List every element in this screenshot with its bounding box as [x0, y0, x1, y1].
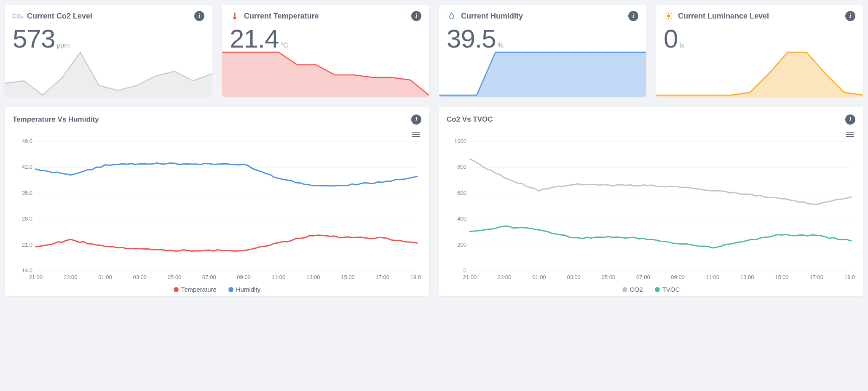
svg-text:09:00: 09:00: [671, 274, 685, 280]
legend-item-co2[interactable]: CO2: [622, 286, 643, 293]
kpi-unit: %: [498, 42, 504, 49]
svg-text:28.0: 28.0: [22, 215, 32, 222]
svg-text:15:00: 15:00: [341, 274, 355, 280]
svg-text:13:00: 13:00: [740, 274, 754, 280]
thermometer-icon: [230, 11, 240, 21]
legend-item-humidity[interactable]: Humidity: [228, 286, 260, 293]
svg-text:21:00: 21:00: [463, 274, 477, 280]
chart-title: Temperature Vs Humidity: [13, 115, 411, 124]
kpi-unit: °C: [281, 42, 288, 49]
svg-text:19:00: 19:00: [844, 274, 855, 280]
kpi-title: Current Temperature: [244, 12, 407, 21]
svg-text:07:00: 07:00: [202, 274, 216, 280]
chart-row: Temperature Vs Humidity i 14.021.028.035…: [5, 107, 863, 296]
kpi-card-humidity: Current Humidity i 39.5 %: [439, 5, 646, 97]
svg-text:600: 600: [457, 190, 466, 196]
svg-text:15:00: 15:00: [775, 274, 789, 280]
svg-text:17:00: 17:00: [809, 274, 823, 280]
chart-card-temp-hum: Temperature Vs Humidity i 14.021.028.035…: [5, 107, 429, 296]
svg-line-7: [666, 18, 667, 19]
svg-text:03:00: 03:00: [133, 274, 147, 280]
svg-text:1000: 1000: [454, 139, 466, 144]
kpi-title: Current Humidity: [461, 12, 624, 21]
kpi-card-temperature: Current Temperature i 21.4 °C: [222, 5, 429, 97]
sparkline-temperature: [222, 51, 429, 97]
svg-text:19:00: 19:00: [410, 274, 421, 280]
svg-text:400: 400: [457, 215, 466, 222]
kpi-value: 21.4: [230, 24, 279, 53]
chart-menu-icon[interactable]: [410, 130, 421, 139]
kpi-unit: ppm: [56, 42, 70, 49]
chart-title: Co2 Vs TVOC: [447, 115, 845, 124]
svg-text:09:00: 09:00: [237, 274, 251, 280]
svg-text:49.0: 49.0: [22, 139, 32, 144]
legend-label: Humidity: [236, 286, 260, 293]
svg-text:23:00: 23:00: [498, 274, 512, 280]
kpi-title: Current Co2 Level: [27, 12, 190, 21]
kpi-value: 573: [13, 24, 55, 53]
info-icon[interactable]: i: [845, 114, 855, 125]
chart-card-co2-tvoc: Co2 Vs TVOC i 0200400600800100021:0023:0…: [439, 107, 863, 296]
sparkline-luminance: [656, 51, 863, 97]
chart-plot: 0200400600800100021:0023:0001:0003:0005:…: [447, 139, 855, 284]
svg-text:800: 800: [457, 164, 466, 170]
bulb-icon: [664, 11, 674, 21]
sparkline-humidity: [439, 51, 646, 97]
svg-text:05:00: 05:00: [602, 274, 616, 280]
legend-item-temperature[interactable]: Temperature: [174, 286, 217, 293]
kpi-unit: lx: [679, 42, 684, 49]
chart-legend: CO2 TVOC: [447, 286, 855, 293]
svg-line-5: [666, 13, 667, 14]
kpi-card-luminance: Current Luminance Level i 0 lx: [656, 5, 863, 97]
svg-line-8: [671, 13, 672, 14]
droplet-icon: [447, 11, 457, 21]
kpi-value: 39.5: [447, 24, 496, 53]
svg-text:11:00: 11:00: [706, 274, 720, 280]
svg-text:0: 0: [463, 267, 466, 274]
chart-plot: 14.021.028.035.042.049.021:0023:0001:000…: [13, 139, 421, 284]
chart-menu-icon[interactable]: [844, 130, 855, 139]
svg-text:23:00: 23:00: [64, 274, 78, 280]
kpi-value: 0: [664, 24, 678, 53]
kpi-title: Current Luminance Level: [678, 12, 841, 21]
legend-item-tvoc[interactable]: TVOC: [655, 286, 680, 293]
info-icon[interactable]: i: [194, 11, 204, 21]
legend-label: CO2: [630, 286, 643, 293]
kpi-row: CO₂ Current Co2 Level i 573 ppm Current …: [5, 5, 863, 97]
svg-text:03:00: 03:00: [567, 274, 581, 280]
svg-text:42.0: 42.0: [22, 164, 32, 170]
kpi-card-co2: CO₂ Current Co2 Level i 573 ppm: [5, 5, 212, 97]
sparkline-co2: [5, 51, 212, 97]
svg-text:35.0: 35.0: [22, 190, 32, 196]
svg-text:21.0: 21.0: [22, 242, 32, 248]
svg-text:17:00: 17:00: [375, 274, 389, 280]
svg-line-6: [671, 18, 672, 19]
info-icon[interactable]: i: [845, 11, 855, 21]
svg-text:01:00: 01:00: [532, 274, 546, 280]
svg-text:07:00: 07:00: [636, 274, 650, 280]
co2-icon: CO₂: [13, 11, 23, 21]
info-icon[interactable]: i: [411, 114, 421, 125]
svg-text:14.0: 14.0: [22, 267, 32, 274]
chart-legend: Temperature Humidity: [13, 286, 421, 293]
info-icon[interactable]: i: [411, 11, 421, 21]
svg-text:13:00: 13:00: [306, 274, 320, 280]
legend-label: TVOC: [662, 286, 680, 293]
legend-label: Temperature: [181, 286, 217, 293]
svg-text:11:00: 11:00: [272, 274, 286, 280]
info-icon[interactable]: i: [628, 11, 638, 21]
svg-text:200: 200: [457, 242, 466, 248]
svg-point-0: [667, 14, 670, 17]
svg-text:01:00: 01:00: [98, 274, 112, 280]
svg-text:05:00: 05:00: [168, 274, 182, 280]
svg-text:21:00: 21:00: [29, 274, 43, 280]
